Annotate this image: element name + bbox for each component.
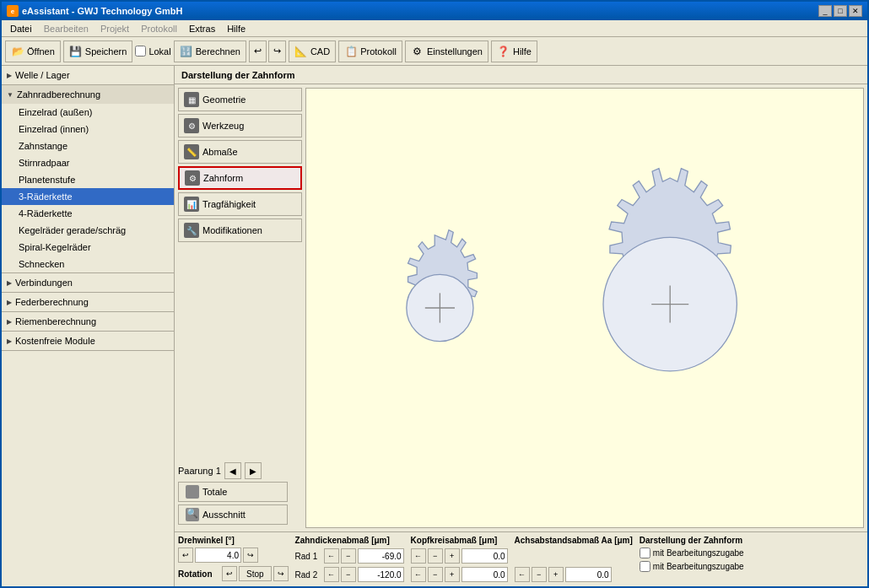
protokoll-button[interactable]: 📋 Protokoll xyxy=(338,40,402,62)
zahndicke-rad2-minus[interactable]: − xyxy=(341,567,356,582)
sidebar-item-spiral-kegelrader[interactable]: Spiral-Kegelräder xyxy=(2,239,174,256)
abmasse-button[interactable]: 📏 Abmaße xyxy=(178,140,302,164)
zahndicke-label: Zahndickenabmaß [μm] xyxy=(295,536,404,545)
sidebar-item-einzelrad-innen[interactable]: Einzelrad (innen) xyxy=(2,121,174,138)
einstellungen-button[interactable]: ⚙ Einstellungen xyxy=(405,40,488,62)
sidebar-item-zahnstange[interactable]: Zahnstange xyxy=(2,138,174,154)
sidebar-header-verbindungen[interactable]: ▶ Verbindungen xyxy=(2,273,174,292)
kopfkreis-rad2-decrease[interactable]: ← xyxy=(411,567,426,582)
sidebar-section-feder: ▶ Federberechnung xyxy=(2,293,174,312)
rotation-right-button[interactable]: ↪ xyxy=(273,566,289,581)
bottom-panel: Drehwinkel [°] ↩ ↪ Rotation ↩ Stop ↪ xyxy=(175,531,867,586)
sidebar-item-4-raderkette[interactable]: 4-Räderkette xyxy=(2,205,174,222)
cad-button[interactable]: 📐 CAD xyxy=(289,40,336,62)
kopfkreis-rad1-plus[interactable]: + xyxy=(445,548,460,564)
modifikationen-icon: 🔧 xyxy=(184,223,199,238)
abmasse-icon: 📏 xyxy=(184,144,199,159)
bottom-params: Drehwinkel [°] ↩ ↪ Rotation ↩ Stop ↪ xyxy=(178,536,864,583)
zahndicke-rad1-decrease[interactable]: ← xyxy=(324,548,339,564)
sidebar-item-einzelrad-aussen[interactable]: Einzelrad (außen) xyxy=(2,104,174,121)
totale-button[interactable]: Totale xyxy=(178,482,288,502)
menu-protokoll[interactable]: Protokoll xyxy=(136,23,182,35)
drehwinkel-decrease-button[interactable]: ↩ xyxy=(178,548,193,563)
rotation-left-button[interactable]: ↩ xyxy=(222,566,237,581)
kopfkreis-rad2-plus[interactable]: + xyxy=(445,567,460,582)
menu-datei[interactable]: Datei xyxy=(5,23,37,35)
triangle-right-icon5: ▶ xyxy=(7,337,12,345)
zahndicke-rad1-input[interactable] xyxy=(358,548,404,564)
undo-button[interactable]: ↩ xyxy=(249,40,267,62)
sidebar-header-welle[interactable]: ▶ Welle / Lager xyxy=(2,66,174,84)
hilfe-button[interactable]: ❓ Hilfe xyxy=(491,40,537,62)
paarung-prev-button[interactable]: ◀ xyxy=(224,462,241,479)
sidebar-item-schnecken[interactable]: Schnecken xyxy=(2,256,174,272)
berechnen-button[interactable]: 🔢 Berechnen xyxy=(174,40,246,62)
sidebar-section-riemen: ▶ Riemenberechnung xyxy=(2,312,174,332)
kopfkreis-rad1-input[interactable] xyxy=(461,548,508,564)
sidebar-item-kegelrader[interactable]: Kegelräder gerade/schräg xyxy=(2,222,174,239)
bearbeitung2-label: mit Bearbeitungszugabe xyxy=(653,562,744,571)
rad1-label: Rad 1 xyxy=(295,552,322,561)
modifikationen-button[interactable]: 🔧 Modifikationen xyxy=(178,218,302,242)
sidebar-header-feder[interactable]: ▶ Federberechnung xyxy=(2,293,174,311)
content-title: Darstellung der Zahnform xyxy=(181,70,294,80)
drehwinkel-label: Drehwinkel [°] xyxy=(178,536,289,545)
sidebar-header-riemen[interactable]: ▶ Riemenberechnung xyxy=(2,312,174,331)
maximize-button[interactable]: □ xyxy=(834,5,847,17)
sidebar-header-kostenfreie[interactable]: ▶ Kostenfreie Module xyxy=(2,332,174,350)
menu-hilfe[interactable]: Hilfe xyxy=(222,23,251,35)
sidebar-item-3-raderkette[interactable]: 3-Räderkette xyxy=(2,188,174,205)
tragfahigkeit-button[interactable]: 📊 Tragfähigkeit xyxy=(178,192,302,216)
totale-ausschnitt-group: Totale 🔍 Ausschnitt xyxy=(178,482,302,525)
zahndicke-rad1-minus[interactable]: − xyxy=(341,548,356,564)
zahndicke-rad2-input[interactable] xyxy=(358,567,404,582)
menu-extras[interactable]: Extras xyxy=(184,23,220,35)
ausschnitt-button[interactable]: 🔍 Ausschnitt xyxy=(178,504,288,525)
werkzeug-button[interactable]: ⚙ Werkzeug xyxy=(178,114,302,138)
bearbeitung2-checkbox[interactable] xyxy=(640,561,650,572)
drehwinkel-input[interactable] xyxy=(195,548,241,563)
achsabstand-row: ← − + xyxy=(515,566,633,583)
paarung-next-button[interactable]: ▶ xyxy=(245,462,262,479)
sidebar-zahnrad-label: Zahnradberechnung xyxy=(17,89,100,100)
achsabstand-input[interactable] xyxy=(565,567,612,582)
sidebar-feder-label: Federberechnung xyxy=(15,297,89,307)
achsabstand-decrease[interactable]: ← xyxy=(515,567,530,582)
lokal-label: Lokal xyxy=(148,46,170,57)
menu-projekt[interactable]: Projekt xyxy=(95,23,134,35)
achsabstand-label: Achsabstandsabmaß Aa [μm] xyxy=(515,536,633,545)
tragfahigkeit-icon: 📊 xyxy=(184,197,199,212)
kopfkreis-rad1-decrease[interactable]: ← xyxy=(411,548,426,564)
help-icon: ❓ xyxy=(497,45,510,58)
open-button[interactable]: 📂 Öffnen xyxy=(5,40,61,62)
sidebar: ▶ Welle / Lager ▼ Zahnradberechnung Einz… xyxy=(2,66,175,586)
drehwinkel-row: ↩ ↪ xyxy=(178,548,289,563)
lokal-checkbox[interactable] xyxy=(135,46,146,57)
sidebar-header-zahnrad[interactable]: ▼ Zahnradberechnung xyxy=(2,85,174,104)
stop-button[interactable]: Stop xyxy=(239,566,272,581)
minimize-button[interactable]: _ xyxy=(818,5,832,17)
settings-icon: ⚙ xyxy=(411,45,424,58)
kopfkreis-rad2-minus[interactable]: − xyxy=(428,567,443,582)
sidebar-item-planetenstufe[interactable]: Planetenstufe xyxy=(2,171,174,188)
triangle-right-icon4: ▶ xyxy=(7,318,12,326)
geometrie-button[interactable]: ▦ Geometrie xyxy=(178,88,302,111)
sidebar-item-stirnradpaar[interactable]: Stirnradpaar xyxy=(2,154,174,171)
drehwinkel-increase-button[interactable]: ↪ xyxy=(243,548,258,563)
close-button[interactable]: ✕ xyxy=(849,5,862,17)
ausschnitt-icon: 🔍 xyxy=(186,508,199,521)
bearbeitung1-checkbox[interactable] xyxy=(640,548,650,558)
zahnform-button[interactable]: ⚙ Zahnform xyxy=(178,166,302,190)
achsabstand-plus[interactable]: + xyxy=(548,567,564,582)
zahndicke-group: Zahndickenabmaß [μm] Rad 1 ← − Rad 2 ← − xyxy=(295,536,404,583)
kopfkreis-rad2-input[interactable] xyxy=(461,567,508,582)
zahndicke-rad2-decrease[interactable]: ← xyxy=(324,567,339,582)
sidebar-welle-label: Welle / Lager xyxy=(15,70,70,80)
sidebar-kostenfreie-label: Kostenfreie Module xyxy=(15,336,95,346)
menu-bearbeiten[interactable]: Bearbeiten xyxy=(39,23,94,35)
kopfkreis-rad1-minus[interactable]: − xyxy=(428,548,443,564)
save-button[interactable]: 💾 Speichern xyxy=(63,40,133,62)
totale-icon xyxy=(186,485,199,499)
redo-button[interactable]: ↪ xyxy=(268,40,286,62)
achsabstand-minus[interactable]: − xyxy=(532,567,547,582)
